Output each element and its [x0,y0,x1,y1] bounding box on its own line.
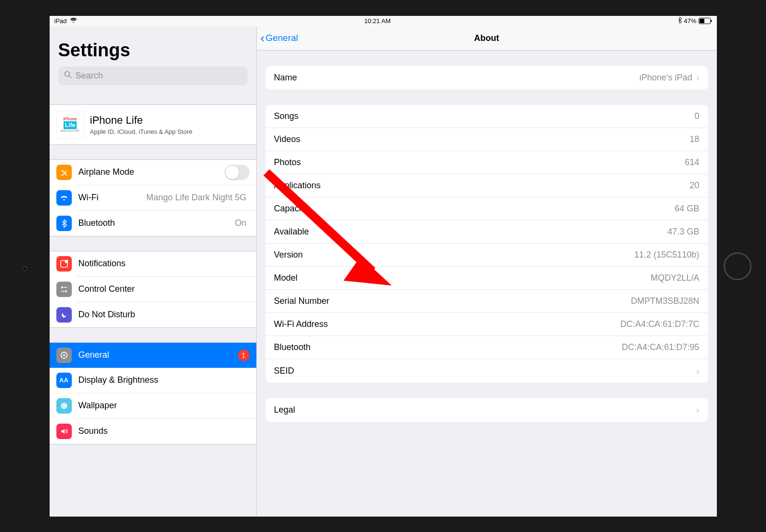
sidebar-item-label: Sounds [79,426,250,436]
back-button[interactable]: ‹ General [257,31,298,46]
detail-label: Version [274,250,303,260]
sidebar-item-dnd[interactable]: Do Not Disturb [50,302,256,327]
detail-value: DMPTM3SBJ28N [631,296,699,306]
svg-point-29 [65,406,66,408]
sidebar-item-label: Notifications [79,259,250,269]
svg-point-3 [65,71,69,76]
detail-value: 64 GB [674,204,699,214]
sidebar-item-wallpaper[interactable]: Wallpaper [50,393,256,418]
general-icon [56,348,72,363]
detail-row-bluetooth: BluetoothDC:A4:CA:61:D7:95 [265,336,708,359]
sidebar-item-general[interactable]: General1 [50,343,256,368]
sidebar-item-label: Control Center [79,284,250,294]
chevron-left-icon: ‹ [261,31,265,46]
sidebar-item-wifi[interactable]: Wi-FiMango Life Dark Night 5G [50,185,256,210]
chevron-right-icon: › [696,404,700,415]
sounds-icon [56,424,72,439]
bluetooth-icon [56,216,72,231]
sidebar-item-label: General [79,350,238,360]
detail-body[interactable]: NameiPhone's iPad› Songs0Videos18Photos6… [257,51,717,517]
status-bar: iPad 10:21 AM 47% [50,16,717,26]
detail-value: iPhone's iPad› [639,72,699,83]
detail-value: DC:A4:CA:61:D7:7C [620,319,699,329]
account-subtitle: Apple ID, iCloud, iTunes & App Store [90,128,193,135]
display-icon: AA [56,373,72,388]
detail-value: 614 [685,157,699,168]
battery-percent: 47% [684,17,696,25]
battery-icon [699,18,712,24]
svg-point-9 [65,290,67,292]
detail-label: Wi-Fi Address [274,319,328,329]
detail-row-seid[interactable]: SEID› [265,359,708,383]
control-center-icon [56,282,72,297]
detail-row-model: ModelMQDY2LL/A [265,266,708,289]
svg-point-25 [66,405,67,407]
home-button[interactable] [724,252,752,280]
svg-line-18 [66,357,67,358]
airplane-toggle[interactable] [225,165,250,180]
svg-point-28 [61,406,63,408]
sidebar-item-control-center[interactable]: Control Center [50,277,256,302]
detail-label: Model [274,273,298,283]
chevron-right-icon: › [696,365,700,376]
detail-label: SEID [274,366,294,376]
status-device-name: iPad [54,17,67,25]
sidebar-item-sounds[interactable]: Sounds [50,419,256,444]
status-time: 10:21 AM [364,17,391,25]
sidebar-item-display[interactable]: AADisplay & Brightness [50,368,256,393]
detail-label: Photos [274,157,301,168]
settings-sidebar[interactable]: Settings Search iPhone Life MAGAZINE [50,26,257,517]
account-avatar: iPhone Life MAGAZINE [56,111,84,139]
svg-line-19 [61,357,62,358]
ipad-device-frame: iPad 10:21 AM 47% Settings [0,0,766,532]
detail-title: About [474,33,499,43]
detail-value: 0 [694,111,699,121]
detail-label: Applications [274,181,321,191]
detail-value: › [696,365,700,376]
sidebar-item-label: Display & Brightness [79,375,250,385]
svg-point-6 [65,260,68,263]
search-input[interactable]: Search [58,66,248,85]
sidebar-item-bluetooth[interactable]: BluetoothOn [50,211,256,236]
detail-row-available: Available47.3 GB [265,220,708,243]
search-placeholder: Search [76,71,103,81]
sidebar-item-label: Airplane Mode [79,167,225,177]
detail-row-version: Version11.2 (15C5110b) [265,243,708,266]
detail-value: 11.2 (15C5110b) [634,250,699,260]
svg-point-23 [63,407,65,409]
svg-line-17 [61,352,62,353]
detail-label: Available [274,227,309,237]
sidebar-item-label: Wi-Fi [79,193,146,203]
detail-label: Capacity [274,204,308,214]
notifications-icon [56,256,72,272]
sidebar-item-label: Bluetooth [79,218,235,228]
bluetooth-status-icon [678,17,682,25]
sidebar-item-label: Do Not Disturb [79,310,250,320]
svg-line-4 [69,76,71,78]
dnd-icon [56,307,72,323]
wifi-status-icon [70,17,77,25]
detail-row-applications: Applications20 [265,174,708,197]
sidebar-item-airplane[interactable]: Airplane Mode [50,160,256,185]
chevron-right-icon: › [696,72,700,83]
detail-pane: ‹ General About NameiPhone's iPad› Songs… [257,26,717,517]
detail-row-name[interactable]: NameiPhone's iPad› [265,66,708,90]
svg-rect-2 [711,20,712,22]
sidebar-item-value: Mango Life Dark Night 5G [146,193,246,203]
airplane-icon [56,165,72,180]
detail-label: Serial Number [274,296,330,306]
svg-point-21 [63,404,65,407]
svg-point-26 [61,403,63,405]
front-camera [22,266,27,271]
svg-line-20 [66,352,67,353]
apple-id-row[interactable]: iPhone Life MAGAZINE iPhone Life Apple I… [50,105,256,144]
detail-value: MQDY2LL/A [650,273,699,283]
svg-rect-1 [700,19,704,23]
svg-point-7 [61,286,63,288]
detail-label: Videos [274,134,301,144]
detail-label: Name [274,73,297,83]
detail-row-legal[interactable]: Legal› [265,398,708,422]
sidebar-item-notifications[interactable]: Notifications [50,251,256,276]
detail-nav-bar: ‹ General About [257,26,717,51]
account-name: iPhone Life [90,114,193,127]
